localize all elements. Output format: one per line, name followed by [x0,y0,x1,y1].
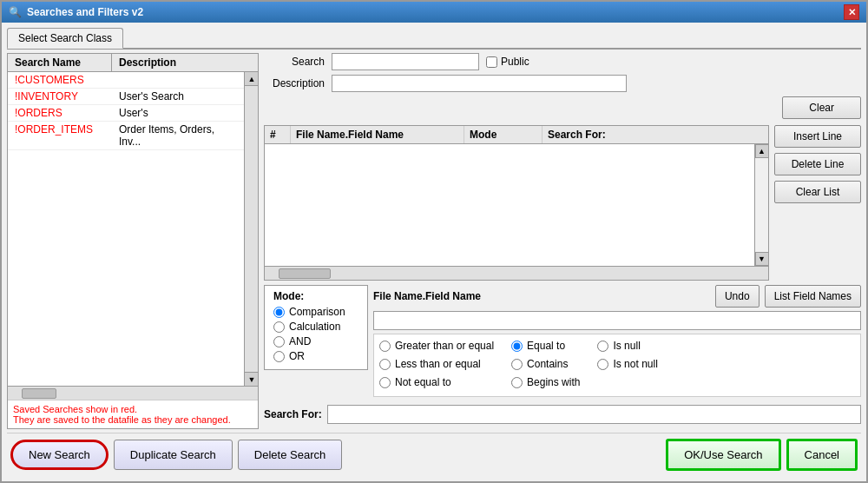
bottom-bar: New Search Duplicate Search Delete Searc… [7,433,861,476]
radio-contains: Contains [511,358,580,370]
clear-list-button[interactable]: Clear List [774,181,861,203]
field-name-input[interactable] [373,311,861,330]
window-icon: 🔍 [9,6,22,18]
scroll-up-btn[interactable]: ▲ [245,72,258,86]
radio-greater-equal: Greater than or equal [379,340,494,352]
delete-search-button[interactable]: Delete Search [238,440,342,470]
tab-bar: Select Search Class [7,28,861,50]
delete-line-button[interactable]: Delete Line [774,153,861,175]
field-name-area: File Name.Field Name Undo List Field Nam… [373,285,861,397]
radio-contains-input[interactable] [511,359,523,370]
grid-action-buttons: Insert Line Delete Line Clear List [774,125,861,281]
new-search-button[interactable]: New Search [10,440,108,470]
list-item[interactable]: !ORDERS User's [8,105,244,122]
clear-button[interactable]: Clear [782,96,861,119]
public-label: Public [501,56,529,68]
insert-line-button[interactable]: Insert Line [774,125,861,148]
radio-calculation: Calculation [273,321,358,333]
undo-button[interactable]: Undo [715,285,760,308]
saved-info-line2: They are saved to the datafile as they a… [13,414,253,425]
radio-is-not-null-label: Is not null [613,358,657,370]
undo-list-buttons: Undo List Field Names [715,285,861,308]
list-field-names-button[interactable]: List Field Names [765,285,861,308]
grid-scroll-up[interactable]: ▲ [755,144,769,158]
left-hscrollbar[interactable] [8,386,258,400]
grid-area: # File Name.Field Name Mode Search For: … [264,125,861,281]
radio-and-label: AND [289,335,311,347]
grid-scroll-down[interactable]: ▼ [755,252,769,266]
description-input[interactable] [332,75,627,92]
radio-less-equal-label: Less than or equal [395,358,481,370]
duplicate-search-button[interactable]: Duplicate Search [114,440,233,470]
radio-not-equal: Not equal to [379,376,494,388]
radio-or-input[interactable] [273,351,285,362]
radio-begins-with-input[interactable] [511,377,523,388]
radio-comparison: Comparison [273,306,358,318]
saved-info-line1: Saved Searches show in red. [13,404,253,414]
grid-vscrollbar[interactable]: ▲ ▼ [754,144,768,266]
radio-is-null-input[interactable] [597,341,608,352]
list-item[interactable]: !INVENTORY User's Search [8,89,244,105]
title-bar-left: 🔍 Searches and Filters v2 [9,6,143,18]
description-cell: Order Items, Orders, Inv... [112,122,244,149]
search-for-input[interactable] [327,405,861,424]
radio-contains-label: Contains [527,358,568,370]
comparison-col-left: Greater than or equal Less than or equal… [379,340,494,391]
radio-calculation-input[interactable] [273,321,285,333]
col-search-name: Search Name [8,54,112,71]
search-list: !CUSTOMERS !INVENTORY User's Search !ORD… [8,72,244,386]
main-area: Search Name Description !CUSTOMERS !INVE… [7,53,861,429]
radio-less-equal: Less than or equal [379,358,494,370]
left-panel: Search Name Description !CUSTOMERS !INVE… [7,53,259,429]
field-name-label: File Name.Field Name [373,290,481,302]
search-name-cell: !ORDER_ITEMS [8,122,112,149]
grid-hscrollbar[interactable] [265,266,768,280]
radio-or-label: OR [289,350,305,362]
grid-hscroll-thumb [279,268,331,279]
radio-is-not-null-input[interactable] [597,359,608,370]
radio-greater-equal-label: Greater than or equal [395,340,494,352]
description-cell: User's [112,105,244,121]
search-label: Search [264,56,325,68]
public-checkbox[interactable] [486,56,497,68]
close-button[interactable]: ✕ [844,4,859,20]
scroll-down-btn[interactable]: ▼ [245,372,258,386]
clear-btn-area: Clear [264,96,861,119]
comparison-col-right: Is null Is not null [597,340,657,391]
radio-begins-with: Begins with [511,376,580,388]
radio-not-equal-input[interactable] [379,377,391,388]
ok-use-search-button[interactable]: OK/Use Search [666,439,780,471]
left-vscrollbar[interactable]: ▲ ▼ [244,72,258,386]
description-row: Description [264,75,861,92]
col-num-header: # [265,126,291,143]
list-item[interactable]: !CUSTOMERS [8,72,244,89]
title-bar: 🔍 Searches and Filters v2 ✕ [2,2,866,23]
radio-greater-equal-input[interactable] [379,341,391,352]
radio-comparison-input[interactable] [273,307,285,318]
search-input[interactable] [332,53,479,70]
public-checkbox-wrap: Public [486,56,529,68]
radio-equal-to-input[interactable] [511,341,523,352]
description-cell [112,72,244,88]
radio-and-input[interactable] [273,336,285,347]
radio-calculation-label: Calculation [289,321,340,333]
grid-header: # File Name.Field Name Mode Search For: [265,126,768,144]
radio-less-equal-input[interactable] [379,359,391,370]
mode-field-row: Mode: Comparison Calculation AND [264,285,861,397]
list-item[interactable]: !ORDER_ITEMS Order Items, Orders, Inv... [8,122,244,150]
search-name-cell: !ORDERS [8,105,112,121]
col-description: Description [112,54,258,71]
radio-or: OR [273,350,358,362]
grid-body-with-scroll: ▲ ▼ [265,144,768,266]
radio-and: AND [273,335,358,347]
search-name-cell: !CUSTOMERS [8,72,112,88]
cancel-button[interactable]: Cancel [786,439,858,471]
radio-equal-to: Equal to [511,340,580,352]
saved-searches-info: Saved Searches show in red. They are sav… [8,400,258,428]
window-title: Searches and Filters v2 [27,6,143,18]
tab-select-search-class[interactable]: Select Search Class [7,28,123,49]
radio-not-equal-label: Not equal to [395,376,451,388]
grid-body[interactable] [265,144,754,266]
search-name-cell: !INVENTORY [8,89,112,104]
radio-is-not-null: Is not null [597,358,657,370]
